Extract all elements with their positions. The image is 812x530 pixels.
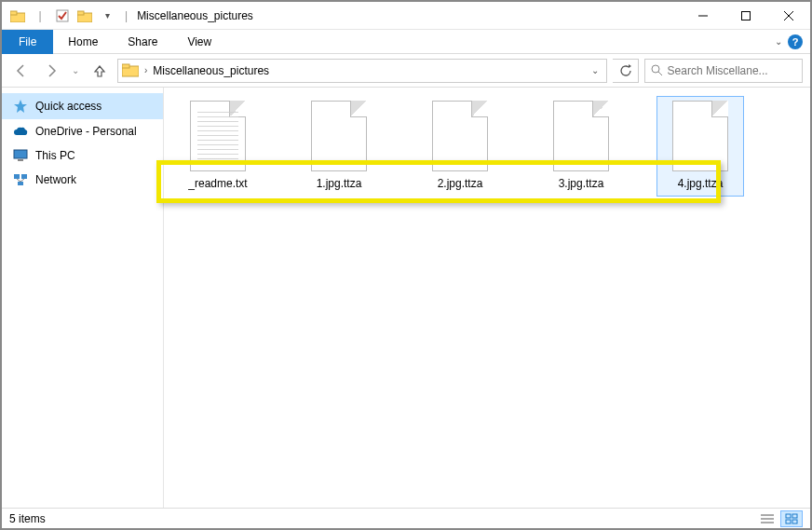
svg-rect-17 xyxy=(21,174,27,179)
blank-file-icon xyxy=(553,101,609,171)
help-icon[interactable]: ? xyxy=(788,34,803,49)
svg-marker-13 xyxy=(14,100,27,113)
folder-small-icon[interactable] xyxy=(74,6,95,26)
window-controls xyxy=(682,2,810,30)
svg-line-19 xyxy=(17,179,20,182)
blank-file-icon xyxy=(311,101,367,171)
svg-rect-14 xyxy=(14,150,27,158)
cloud-icon xyxy=(13,126,28,137)
file-name: 1.jpg.ttza xyxy=(317,177,362,190)
address-dropdown-icon[interactable]: ⌄ xyxy=(591,65,599,75)
nav-up-button[interactable] xyxy=(88,59,112,83)
svg-rect-10 xyxy=(122,64,129,68)
svg-rect-15 xyxy=(18,159,23,161)
svg-line-20 xyxy=(20,179,24,182)
status-item-count: 5 items xyxy=(9,512,46,525)
svg-line-12 xyxy=(658,72,662,75)
main-area: Quick access OneDrive - Personal This PC… xyxy=(2,88,810,508)
maximize-button[interactable] xyxy=(724,2,767,30)
folder-icon xyxy=(122,62,139,79)
sidebar-item-label: OneDrive - Personal xyxy=(35,125,137,138)
svg-rect-4 xyxy=(77,11,84,15)
svg-rect-18 xyxy=(18,182,23,185)
view-icons-button[interactable] xyxy=(780,510,803,527)
file-list: _readme.txt 1.jpg.ttza 2.jpg.ttza 3.jpg.… xyxy=(175,101,799,190)
quick-access-toolbar: | ▾ | xyxy=(2,6,133,26)
file-name: 4.jpg.ttza xyxy=(678,177,724,190)
svg-rect-16 xyxy=(14,174,20,179)
minimize-button[interactable] xyxy=(682,2,724,30)
nav-pane: Quick access OneDrive - Personal This PC… xyxy=(2,88,164,508)
pc-icon xyxy=(13,149,28,162)
file-item[interactable]: 4.jpg.ttza xyxy=(657,97,743,196)
search-icon xyxy=(651,64,662,76)
window-title: Miscellaneous_pictures xyxy=(137,9,253,22)
file-item[interactable]: 2.jpg.ttza xyxy=(417,101,503,190)
search-box[interactable] xyxy=(644,59,803,83)
sep-icon: | xyxy=(30,6,50,26)
refresh-button[interactable] xyxy=(613,59,639,83)
sidebar-item-label: This PC xyxy=(35,149,75,162)
svg-point-11 xyxy=(652,65,659,73)
close-button[interactable] xyxy=(767,2,810,30)
nav-back-button[interactable] xyxy=(9,59,34,83)
svg-rect-6 xyxy=(742,11,751,20)
ribbon-tabs: File Home Share View ⌄ ? xyxy=(2,30,810,54)
blank-file-icon xyxy=(432,101,488,171)
nav-forward-button[interactable] xyxy=(39,59,63,83)
file-item[interactable]: 3.jpg.ttza xyxy=(538,101,624,190)
status-bar: 5 items xyxy=(2,508,810,528)
sidebar-item-network[interactable]: Network xyxy=(2,168,163,192)
title-bar: | ▾ | Miscellaneous_pictures xyxy=(2,2,810,30)
star-icon xyxy=(13,99,28,114)
ribbon-expand-icon[interactable]: ⌄ xyxy=(775,36,782,47)
qat-dropdown-icon[interactable]: ▾ xyxy=(97,6,117,26)
svg-rect-25 xyxy=(792,514,797,518)
sidebar-item-this-pc[interactable]: This PC xyxy=(2,143,163,168)
address-path[interactable]: Miscellaneous_pictures xyxy=(153,64,586,77)
file-item[interactable]: _readme.txt xyxy=(175,101,261,190)
file-item[interactable]: 1.jpg.ttza xyxy=(296,101,382,190)
blank-file-icon xyxy=(672,101,728,171)
sidebar-item-label: Network xyxy=(35,173,76,186)
folder-icon xyxy=(7,6,28,26)
file-name: _readme.txt xyxy=(188,177,247,190)
tab-view[interactable]: View xyxy=(172,30,226,54)
file-tab[interactable]: File xyxy=(2,30,53,54)
file-pane[interactable]: _readme.txt 1.jpg.ttza 2.jpg.ttza 3.jpg.… xyxy=(164,88,810,508)
svg-rect-27 xyxy=(792,520,797,523)
nav-bar: ⌄ › Miscellaneous_pictures ⌄ xyxy=(2,54,810,88)
sidebar-item-onedrive[interactable]: OneDrive - Personal xyxy=(2,119,163,143)
address-bar[interactable]: › Miscellaneous_pictures ⌄ xyxy=(117,59,607,83)
text-file-icon xyxy=(190,101,246,171)
svg-rect-26 xyxy=(786,520,791,523)
chevron-right-icon[interactable]: › xyxy=(144,65,147,75)
file-name: 2.jpg.ttza xyxy=(438,177,483,190)
sidebar-item-quick-access[interactable]: Quick access xyxy=(2,93,163,119)
search-input[interactable] xyxy=(668,64,796,77)
view-details-button[interactable] xyxy=(756,510,778,527)
title-sep-icon: | xyxy=(125,9,128,22)
nav-recent-dropdown-icon[interactable]: ⌄ xyxy=(69,59,82,83)
network-icon xyxy=(13,173,28,186)
sidebar-item-label: Quick access xyxy=(35,100,102,113)
tab-home[interactable]: Home xyxy=(53,30,113,54)
file-name: 3.jpg.ttza xyxy=(559,177,604,190)
tab-share[interactable]: Share xyxy=(113,30,172,54)
svg-rect-24 xyxy=(786,514,791,518)
checkbox-checked-icon[interactable] xyxy=(52,6,73,26)
svg-rect-1 xyxy=(10,11,17,15)
